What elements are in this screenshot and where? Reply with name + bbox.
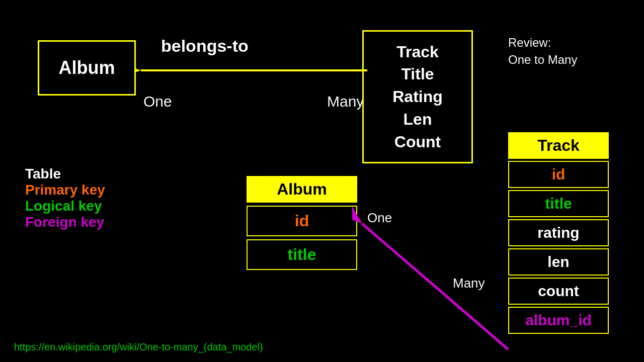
track-schema-count: count bbox=[508, 278, 609, 305]
track-schema-id: id bbox=[508, 161, 609, 188]
album-box-top: Album bbox=[38, 40, 136, 96]
album-schema-header: Album bbox=[247, 176, 357, 203]
track-box-top: TrackTitleRatingLenCount bbox=[362, 30, 473, 163]
album-label-top: Album bbox=[59, 57, 115, 78]
one-label-bottom: One bbox=[367, 210, 392, 226]
svg-line-3 bbox=[362, 224, 508, 349]
track-schema-title: title bbox=[508, 190, 609, 217]
track-schema-header: Track bbox=[508, 132, 609, 159]
track-schema-len: len bbox=[508, 248, 609, 276]
legend: Table Primary key Logical key Foreign ke… bbox=[25, 166, 105, 230]
legend-primary-key: Primary key bbox=[25, 182, 105, 198]
album-schema-id: id bbox=[247, 206, 357, 236]
track-schema-album-id: album_id bbox=[508, 307, 609, 334]
one-label-top: One bbox=[143, 93, 172, 110]
footer-url: https://en.wikipedia.org/wiki/One-to-man… bbox=[14, 341, 263, 353]
many-label-top: Many bbox=[327, 93, 364, 110]
track-box-content: TrackTitleRatingLenCount bbox=[392, 41, 443, 153]
track-schema-rating: rating bbox=[508, 219, 609, 246]
legend-foreign-key: Foreign key bbox=[25, 214, 105, 230]
belongs-to-arrow bbox=[136, 65, 367, 75]
album-schema-box: Album id title bbox=[247, 176, 357, 270]
many-label-bottom: Many bbox=[453, 276, 485, 291]
track-schema-box: Track id title rating len count album_id bbox=[508, 132, 609, 334]
legend-table: Table bbox=[25, 166, 105, 182]
belongs-to-label: belongs-to bbox=[161, 36, 249, 56]
legend-logical-key: Logical key bbox=[25, 198, 105, 214]
album-schema-title: title bbox=[247, 239, 357, 270]
review-text: Review: One to Many bbox=[508, 34, 577, 68]
